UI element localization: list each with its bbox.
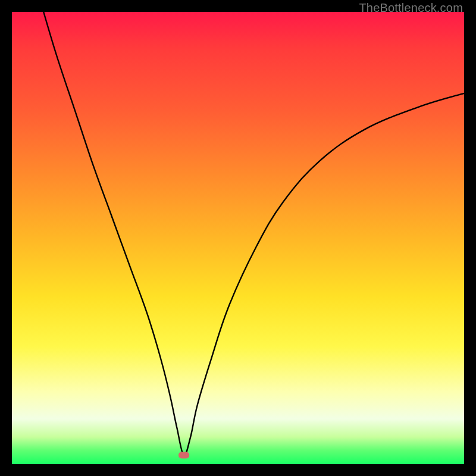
bottleneck-curve	[12, 12, 464, 464]
curve-path	[43, 12, 464, 455]
minimum-marker	[178, 452, 189, 458]
plot-frame	[12, 12, 464, 464]
